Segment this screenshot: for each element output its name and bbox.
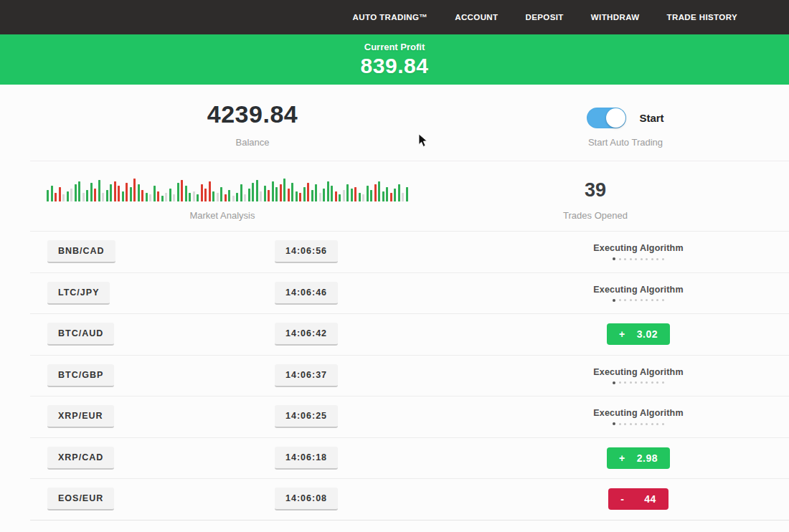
market-bar (209, 181, 211, 201)
progress-dot (662, 381, 664, 384)
result-amount: 3.02 (637, 328, 658, 340)
market-bar (55, 193, 57, 201)
progress-dot (656, 258, 658, 260)
market-bar (189, 193, 191, 201)
market-bar (193, 191, 195, 201)
market-bar (94, 189, 96, 201)
market-bar (406, 187, 408, 201)
trade-row: BTC/AUD 14:06:42 +3.02 (30, 313, 789, 355)
market-bar (296, 191, 298, 201)
progress-dot (651, 258, 653, 260)
progress-dot (635, 299, 637, 301)
progress-dot (662, 423, 664, 425)
progress-dot (619, 381, 621, 384)
market-bar (315, 184, 317, 201)
market-bar (201, 184, 203, 201)
auto-trading-stat: Start Start Auto Trading (475, 100, 776, 148)
trade-row: BTC/GBP 14:06:37 Executing Algorithm (30, 355, 789, 396)
auto-trading-caption: Start Auto Trading (588, 137, 663, 148)
market-bar (133, 179, 136, 201)
market-bar (146, 193, 148, 201)
nav-withdraw[interactable]: WITHDRAW (591, 13, 640, 22)
market-bar (86, 190, 88, 201)
market-bar (394, 189, 396, 201)
market-bar (378, 181, 380, 201)
progress-dots (613, 422, 664, 425)
time-badge: 14:06:18 (275, 447, 338, 470)
market-bar (367, 186, 369, 201)
market-bar (327, 181, 329, 201)
market-bar (303, 187, 306, 201)
market-bar (169, 189, 171, 201)
market-bar (359, 193, 361, 201)
market-bar (106, 190, 108, 201)
market-bar (370, 190, 372, 201)
progress-dot (624, 299, 626, 301)
nav-account[interactable]: ACCOUNT (455, 13, 498, 22)
auto-trading-toggle[interactable] (587, 108, 626, 128)
table-bottom-divider (30, 520, 789, 521)
current-profit-label: Current Profit (364, 42, 425, 52)
market-bar (264, 186, 266, 201)
executing-algorithm-label: Executing Algorithm (593, 367, 684, 377)
market-bar (323, 189, 325, 201)
market-bar (126, 183, 128, 201)
nav-deposit[interactable]: DEPOSIT (526, 13, 564, 22)
market-analysis-stat: Market Analysis (0, 176, 445, 221)
result-cell: Executing Algorithm (488, 367, 789, 384)
market-bar (110, 184, 112, 201)
progress-dot (630, 381, 632, 384)
progress-dot (635, 423, 637, 425)
progress-dot (635, 381, 637, 384)
result-amount: 2.98 (637, 452, 658, 464)
market-bar (299, 193, 301, 201)
market-bar (288, 189, 290, 201)
result-cell: Executing Algorithm (488, 408, 789, 425)
trades-table: BNB/CAD 14:06:56 Executing Algorithm LTC… (30, 231, 789, 520)
market-analysis-chart (47, 176, 408, 201)
market-bar (351, 189, 353, 201)
progress-dot (619, 258, 621, 260)
market-bar (90, 183, 93, 201)
nav-trade-history[interactable]: TRADE HISTORY (667, 13, 738, 22)
stats-row-market: Market Analysis 39 Trades Opened (0, 161, 789, 231)
market-bar (149, 194, 151, 201)
market-bar (260, 191, 262, 201)
progress-dot (613, 381, 615, 384)
stats-row-balance: 4239.84 Balance Start Start Auto Trading (30, 85, 789, 161)
market-bar (398, 184, 400, 201)
progress-dot (651, 299, 653, 301)
market-bar (272, 181, 274, 201)
current-profit-banner: Current Profit 839.84 (0, 34, 789, 85)
market-bar (252, 183, 254, 201)
market-bar (98, 180, 100, 201)
market-bar (67, 191, 69, 201)
progress-dot (624, 258, 626, 260)
progress-dot (641, 299, 643, 301)
pair-badge: BTC/GBP (47, 364, 114, 387)
market-bar (220, 187, 222, 201)
market-bar (228, 190, 230, 201)
market-bar (386, 187, 388, 201)
time-badge: 14:06:37 (275, 364, 338, 387)
market-bar (331, 186, 333, 201)
current-profit-value: 839.84 (361, 54, 429, 78)
market-bar (339, 194, 341, 201)
progress-dot (624, 381, 626, 384)
market-bar (283, 179, 285, 201)
trades-opened-stat: 39 Trades Opened (445, 176, 746, 221)
progress-dots (613, 299, 664, 302)
nav-auto-trading[interactable]: AUTO TRADING™ (353, 13, 428, 22)
progress-dot (613, 299, 615, 302)
market-bar (181, 180, 183, 201)
result-cell: Executing Algorithm (488, 243, 789, 260)
market-bar (62, 194, 65, 201)
progress-dot (630, 258, 632, 260)
market-bar (217, 193, 219, 201)
result-sign: + (619, 452, 625, 464)
market-bar (161, 196, 164, 201)
time-badge: 14:06:08 (275, 488, 338, 510)
balance-value: 4239.84 (207, 100, 298, 128)
market-bar (157, 191, 159, 201)
progress-dot (646, 299, 648, 301)
